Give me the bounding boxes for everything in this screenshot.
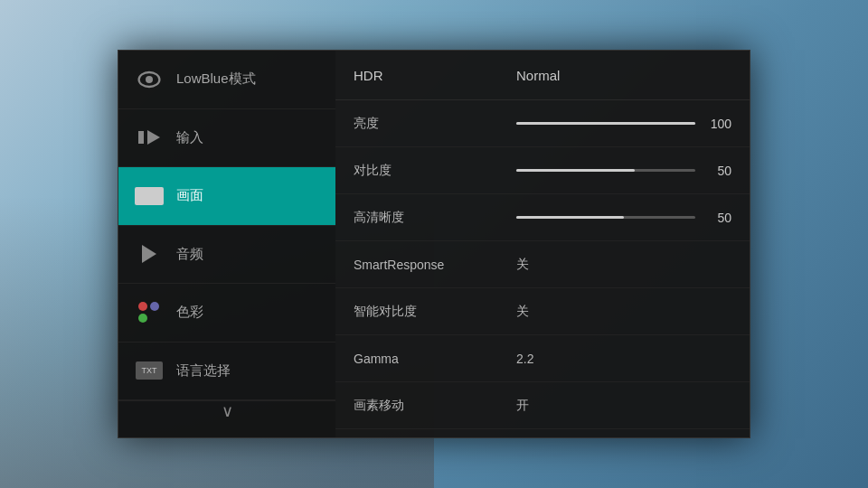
sidebar-item-language[interactable]: TXT 语言选择: [118, 343, 335, 401]
settings-rows: 亮度 100 对比度: [335, 100, 750, 437]
contrast-num: 50: [704, 164, 731, 178]
gamma-text: 2.2: [516, 352, 533, 366]
row-sharpness: 高清晰度 50: [335, 194, 750, 241]
sharpness-fill: [516, 216, 624, 219]
smartresponse-text: 关: [516, 257, 529, 273]
sidebar-item-lowblue[interactable]: LowBlue模式: [118, 51, 335, 109]
sidebar-label-color: 色彩: [176, 304, 203, 321]
gamma-label: Gamma: [354, 352, 516, 366]
pixelshift-text: 开: [516, 398, 529, 414]
smartcontrast-label: 智能对比度: [354, 304, 516, 320]
brightness-label: 亮度: [354, 116, 516, 132]
smartresponse-value[interactable]: 关: [516, 257, 731, 273]
sharpness-value: 50: [516, 211, 731, 225]
contrast-fill: [516, 169, 635, 172]
sidebar-label-language: 语言选择: [176, 362, 231, 380]
sidebar-label-audio: 音频: [176, 246, 203, 263]
sidebar-item-audio[interactable]: 音频: [118, 226, 335, 285]
gamma-value[interactable]: 2.2: [516, 352, 731, 366]
chevron-down-icon: ∨: [222, 401, 233, 421]
sidebar-label-lowblue: LowBlue模式: [176, 70, 256, 88]
row-gamma: Gamma 2.2: [335, 335, 750, 382]
brightness-fill: [516, 122, 695, 125]
hdr-label: HDR: [354, 68, 516, 83]
sharpness-label: 高清晰度: [354, 210, 516, 226]
sharpness-track: [516, 216, 695, 219]
sidebar-footer[interactable]: ∨: [118, 400, 335, 437]
smartresponse-label: SmartResponse: [354, 258, 516, 272]
eye-icon: [135, 65, 164, 94]
audio-icon: [135, 239, 164, 268]
contrast-track: [516, 169, 695, 172]
settings-menu: LowBlue模式 输入 画面 音频: [118, 50, 750, 438]
row-brightness: 亮度 100: [335, 100, 750, 147]
brightness-track: [516, 122, 695, 125]
sharpness-num: 50: [704, 211, 731, 225]
row-contrast: 对比度 50: [335, 147, 750, 194]
lang-icon: TXT: [135, 356, 164, 385]
row-smartresponse: SmartResponse 关: [335, 241, 750, 288]
contrast-label: 对比度: [354, 163, 516, 179]
hdr-value: Normal: [516, 68, 560, 83]
pixelshift-value[interactable]: 开: [516, 398, 731, 414]
sidebar-label-input: 输入: [176, 129, 203, 146]
contrast-slider[interactable]: 50: [516, 164, 731, 178]
pixelshift-label: 画素移动: [354, 398, 516, 414]
contrast-value: 50: [516, 164, 731, 178]
sidebar-item-picture[interactable]: 画面: [118, 167, 335, 226]
color-icon: [135, 298, 164, 327]
smartcontrast-value[interactable]: 关: [516, 304, 731, 320]
sidebar-item-input[interactable]: 输入: [118, 109, 335, 168]
content-panel: HDR Normal 亮度 100 对比度: [335, 51, 750, 437]
row-smartcontrast: 智能对比度 关: [335, 288, 750, 335]
brightness-slider[interactable]: 100: [516, 117, 731, 131]
brightness-num: 100: [704, 117, 731, 131]
brightness-value: 100: [516, 117, 731, 131]
content-header: HDR Normal: [335, 51, 750, 100]
row-pixelshift: 画素移动 开: [335, 382, 750, 429]
sidebar-label-picture: 画面: [176, 187, 203, 204]
sharpness-slider[interactable]: 50: [516, 211, 731, 225]
sidebar-item-color[interactable]: 色彩: [118, 284, 335, 343]
svg-point-1: [146, 76, 153, 83]
picture-icon: [135, 182, 164, 211]
sidebar: LowBlue模式 输入 画面 音频: [118, 51, 335, 437]
input-icon: [135, 123, 164, 152]
smartcontrast-text: 关: [516, 304, 529, 320]
